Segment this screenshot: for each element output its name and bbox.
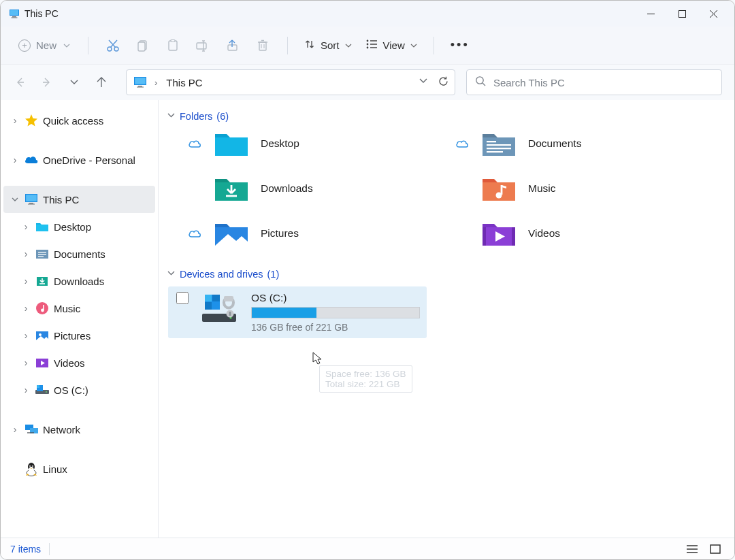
plus-circle-icon: + <box>18 39 31 52</box>
new-button[interactable]: + New <box>10 35 78 56</box>
svg-rect-74 <box>487 144 511 146</box>
sidebar-item-label: Linux <box>43 463 67 475</box>
tooltip-line: Space free: 136 GB <box>325 369 406 379</box>
status-bar: 7 items <box>1 538 734 559</box>
search-icon <box>475 76 487 90</box>
svg-point-52 <box>36 302 48 314</box>
close-button[interactable] <box>698 1 729 27</box>
sidebar-item-label: OneDrive - Personal <box>43 154 135 166</box>
chevron-right-icon: › <box>10 424 20 435</box>
sidebar-item-pictures[interactable]: › Pictures <box>14 322 155 349</box>
forward-button[interactable] <box>33 69 61 96</box>
chevron-down-icon[interactable] <box>419 76 428 88</box>
cloud-sync-icon <box>187 139 202 148</box>
section-header-drives[interactable]: Devices and drives (1) <box>165 266 722 286</box>
svg-rect-91 <box>205 302 212 310</box>
back-button[interactable] <box>6 69 33 96</box>
chevron-down-icon <box>345 39 352 51</box>
paste-button[interactable] <box>158 32 188 59</box>
sidebar-item-linux[interactable]: › Linux <box>3 455 155 482</box>
folder-item-videos[interactable]: Videos <box>455 218 722 248</box>
music-icon <box>35 301 50 316</box>
details-view-button[interactable] <box>683 542 702 557</box>
chevron-right-icon: › <box>10 115 20 126</box>
titlebar: This PC <box>1 1 734 27</box>
storage-bar-fill <box>252 308 316 318</box>
minimize-button[interactable] <box>635 1 666 27</box>
folder-item-music[interactable]: Music <box>455 174 722 203</box>
videos-icon <box>35 355 50 370</box>
folder-videos-icon <box>480 218 517 248</box>
svg-point-70 <box>33 466 33 467</box>
sidebar-item-label: Videos <box>54 357 85 369</box>
network-icon <box>24 422 39 437</box>
sidebar-item-downloads[interactable]: › Downloads <box>14 267 155 295</box>
svg-point-26 <box>366 40 368 42</box>
refresh-button[interactable] <box>438 76 449 90</box>
svg-point-28 <box>366 44 368 46</box>
folder-desktop-icon <box>35 219 50 234</box>
copy-button[interactable] <box>128 32 158 59</box>
folder-item-documents[interactable]: Documents <box>455 129 722 159</box>
drive-checkbox[interactable] <box>176 292 189 304</box>
svg-point-39 <box>476 76 483 83</box>
folder-item-desktop[interactable]: Desktop <box>187 129 455 159</box>
sidebar-item-label: Network <box>43 424 80 435</box>
sidebar-item-network[interactable]: › Network <box>3 416 155 443</box>
sidebar-item-music[interactable]: › Music <box>14 295 155 322</box>
sort-button[interactable]: Sort <box>297 35 359 56</box>
search-input[interactable] <box>493 77 713 88</box>
folder-downloads-icon <box>213 174 250 203</box>
toolbar-separator <box>88 37 88 54</box>
chevron-down-icon <box>63 39 70 51</box>
chevron-right-icon: › <box>21 248 31 259</box>
svg-rect-60 <box>37 385 39 388</box>
svg-rect-5 <box>679 10 685 17</box>
chevron-right-icon: › <box>21 303 31 314</box>
breadcrumb-item[interactable]: This PC <box>166 77 202 88</box>
sidebar-item-onedrive[interactable]: › OneDrive - Personal <box>3 146 155 174</box>
folder-item-downloads[interactable]: Downloads <box>187 174 455 203</box>
chevron-down-icon <box>410 39 417 51</box>
svg-rect-44 <box>28 204 35 205</box>
sidebar-item-label: This PC <box>43 194 79 205</box>
recent-button[interactable] <box>61 69 88 96</box>
up-button[interactable] <box>88 69 115 96</box>
svg-rect-45 <box>36 225 48 231</box>
sidebar-item-documents[interactable]: › Documents <box>14 240 155 267</box>
svg-rect-76 <box>487 151 503 152</box>
sidebar-item-label: Pictures <box>54 330 91 342</box>
section-header-folders[interactable]: Folders (6) <box>165 108 722 129</box>
icons-view-button[interactable] <box>706 542 725 557</box>
command-toolbar: + New Sort View ••• <box>1 27 734 65</box>
folder-documents-icon <box>35 246 50 261</box>
drive-item-os-c[interactable]: OS (C:) 136 GB free of 221 GB <box>168 286 427 338</box>
sidebar-item-desktop[interactable]: › Desktop <box>14 213 155 240</box>
maximize-button[interactable] <box>666 1 698 27</box>
chevron-right-icon: › <box>154 78 157 88</box>
section-count: (6) <box>216 111 229 122</box>
share-button[interactable] <box>218 32 248 59</box>
more-button[interactable]: ••• <box>444 38 476 52</box>
folder-item-pictures[interactable]: Pictures <box>187 218 455 248</box>
sidebar-item-os-c[interactable]: › OS (C:) <box>14 376 155 403</box>
sidebar-item-this-pc[interactable]: This PC <box>3 186 155 213</box>
view-button[interactable]: View <box>359 35 424 56</box>
svg-rect-84 <box>483 227 486 246</box>
cloud-sync-icon <box>455 139 470 148</box>
svg-rect-71 <box>215 137 248 156</box>
rename-button[interactable] <box>188 32 218 59</box>
cut-button[interactable] <box>98 32 128 59</box>
search-box[interactable] <box>466 69 722 95</box>
svg-rect-92 <box>224 296 233 301</box>
window-title: This PC <box>24 8 59 19</box>
address-bar[interactable]: › This PC <box>126 69 455 95</box>
drive-icon <box>35 382 50 397</box>
sidebar-item-quick-access[interactable]: › Quick access <box>3 107 155 134</box>
delete-button[interactable] <box>248 32 278 59</box>
folder-label: Videos <box>528 227 560 240</box>
svg-rect-43 <box>29 203 33 203</box>
folder-music-icon <box>480 174 517 203</box>
sidebar-item-videos[interactable]: › Videos <box>14 349 155 376</box>
svg-rect-36 <box>135 78 146 84</box>
